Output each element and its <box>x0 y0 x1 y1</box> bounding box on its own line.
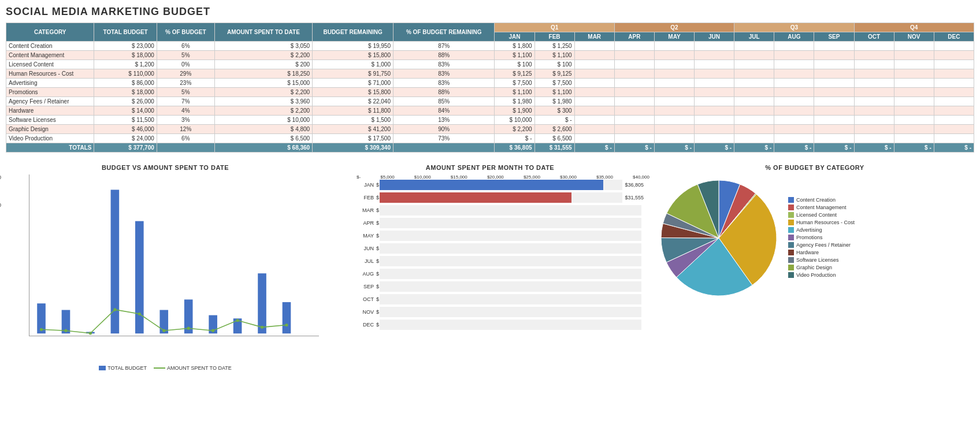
pie-legend-item: Agency Fees / Retainer <box>788 242 855 248</box>
pie-container: Content CreationContent ManagementLicens… <box>655 174 974 302</box>
pie-legend-item: Licensed Content <box>788 212 855 218</box>
table-row: Licensed Content$ 1,2000%$ 200$ 1,00083%… <box>6 60 974 69</box>
legend-budget-label: TOTAL BUDGET <box>107 365 147 371</box>
pie-chart-box: % OF BUDGET BY CATEGORY Content Creation… <box>655 164 974 371</box>
bar-chart-svg: Content CreationContent ManagementLicens… <box>29 174 319 336</box>
hbar-chart-rows: JAN$$36,805FEB$$31,555MAR$APR$MAY$JUN$JU… <box>354 180 644 330</box>
svg-point-22 <box>40 328 43 331</box>
bar-chart-box: BUDGET vs AMOUNT SPENT TO DATE 120000 10… <box>6 164 325 371</box>
svg-rect-8 <box>135 221 144 333</box>
budget-table: CATEGORY TOTAL BUDGET % OF BUDGET AMOUNT… <box>6 23 974 153</box>
col-header-jan: JAN <box>495 32 534 42</box>
col-header-may: MAY <box>654 32 694 42</box>
pie-legend-item: Content Management <box>788 205 855 210</box>
col-header-aug: AUG <box>774 32 814 42</box>
svg-rect-18 <box>258 273 266 333</box>
svg-point-27 <box>162 329 165 332</box>
col-header-amount-spent: AMOUNT SPENT TO DATE <box>214 23 312 42</box>
pie-legend-item: Video Production <box>788 272 855 278</box>
col-header-nov: NOV <box>894 32 934 42</box>
hbar-row: OCT$ <box>354 294 644 304</box>
col-header-oct: OCT <box>854 32 894 42</box>
bar-chart-legend: TOTAL BUDGET AMOUNT SPENT TO DATE <box>6 365 325 371</box>
col-header-q3: Q3 <box>734 23 854 32</box>
col-header-total-budget: TOTAL BUDGET <box>94 23 157 42</box>
svg-point-28 <box>187 327 190 330</box>
legend-budget-color <box>99 366 106 370</box>
svg-point-25 <box>113 308 116 311</box>
pie-legend-item: Advertising <box>788 227 855 233</box>
col-header-apr: APR <box>614 32 654 42</box>
col-header-remaining: BUDGET REMAINING <box>313 23 394 42</box>
col-header-pct: % OF BUDGET <box>157 23 214 42</box>
pie-legend-item: Hardware <box>788 250 855 255</box>
hbar-chart-title: AMOUNT SPENT PER MONTH TO DATE <box>331 164 649 171</box>
bar-chart-y-axis: 120000 100000 80000 60000 40000 20000 0 <box>0 174 1 348</box>
hbar-row: JAN$$36,805 <box>354 180 644 190</box>
col-header-jul: JUL <box>734 32 774 42</box>
svg-point-26 <box>138 313 141 315</box>
col-header-pct-remaining: % OF BUDGET REMAINING <box>393 23 494 42</box>
svg-point-32 <box>285 324 288 326</box>
bar-chart-area: Content CreationContent ManagementLicens… <box>29 174 319 336</box>
hbar-row: MAY$ <box>354 231 644 241</box>
table-row: Advertising$ 86,00023%$ 15,000$ 71,00083… <box>6 79 974 88</box>
table-row: Promotions$ 18,0005%$ 2,200$ 15,80088%$ … <box>6 88 974 97</box>
bar-chart-title: BUDGET vs AMOUNT SPENT TO DATE <box>6 164 325 171</box>
table-row: Content Creation$ 23,0006%$ 3,050$ 19,95… <box>6 42 974 51</box>
pie-legend-item: Software Licenses <box>788 257 855 263</box>
col-header-q1: Q1 <box>495 23 614 32</box>
table-row: Hardware$ 14,0004%$ 2,200$ 11,80084%$ 1,… <box>6 106 974 116</box>
hbar-row: JUL$ <box>354 256 644 266</box>
svg-point-24 <box>89 332 92 335</box>
legend-spent-color <box>154 367 165 369</box>
hbar-row: NOV$ <box>354 307 644 317</box>
pie-chart-svg <box>655 174 782 302</box>
hbar-x-axis: $-$5,000$10,000$15,000$20,000$25,000$30,… <box>357 174 649 180</box>
totals-row: TOTALS$ 377,700$ 68,360$ 309,340$ 36,805… <box>6 143 974 153</box>
table-row: Graphic Design$ 46,00012%$ 4,800$ 41,200… <box>6 125 974 134</box>
hbar-row: JUN$ <box>354 243 644 254</box>
table-row: Content Management$ 18,0005%$ 2,200$ 15,… <box>6 51 974 60</box>
pie-legend-item: Graphic Design <box>788 265 855 270</box>
legend-amount-spent: AMOUNT SPENT TO DATE <box>154 365 232 371</box>
hbar-chart-box: AMOUNT SPENT PER MONTH TO DATE $-$5,000$… <box>331 164 649 371</box>
page-title: SOCIAL MEDIA MARKETING BUDGET <box>6 6 974 18</box>
svg-rect-20 <box>283 302 291 333</box>
legend-total-budget: TOTAL BUDGET <box>99 365 147 371</box>
col-header-q4: Q4 <box>854 23 974 32</box>
col-header-mar: MAR <box>574 32 614 42</box>
col-header-q2: Q2 <box>614 23 734 32</box>
col-header-jun: JUN <box>695 32 734 42</box>
table-row: Video Production$ 24,0006%$ 6,500$ 17,50… <box>6 134 974 143</box>
table-row: Software Licenses$ 11,5003%$ 10,000$ 1,5… <box>6 116 974 125</box>
col-header-dec: DEC <box>934 32 974 42</box>
col-header-feb: FEB <box>534 32 574 42</box>
pie-legend: Content CreationContent ManagementLicens… <box>788 197 855 280</box>
svg-point-29 <box>211 329 214 332</box>
legend-spent-label: AMOUNT SPENT TO DATE <box>167 365 232 371</box>
charts-container: BUDGET vs AMOUNT SPENT TO DATE 120000 10… <box>6 164 974 371</box>
svg-point-31 <box>261 326 263 329</box>
pie-chart-title: % OF BUDGET BY CATEGORY <box>655 164 974 171</box>
col-header-category: CATEGORY <box>6 23 94 42</box>
hbar-row: SEP$ <box>354 281 644 292</box>
table-row: Human Resources - Cost$ 110,00029%$ 18,2… <box>6 69 974 79</box>
table-row: Agency Fees / Retainer$ 26,0007%$ 3,960$… <box>6 97 974 106</box>
hbar-row: AUG$ <box>354 269 644 279</box>
svg-point-30 <box>236 319 239 322</box>
hbar-row: DEC$ <box>354 320 644 330</box>
col-header-sep: SEP <box>814 32 854 42</box>
svg-point-23 <box>64 329 67 332</box>
hbar-row: MAR$ <box>354 205 644 216</box>
pie-legend-item: Content Creation <box>788 197 855 203</box>
pie-legend-item: Human Resources - Cost <box>788 220 855 225</box>
pie-legend-item: Promotions <box>788 235 855 240</box>
hbar-row: APR$ <box>354 218 644 228</box>
hbar-row: FEB$$31,555 <box>354 192 644 203</box>
